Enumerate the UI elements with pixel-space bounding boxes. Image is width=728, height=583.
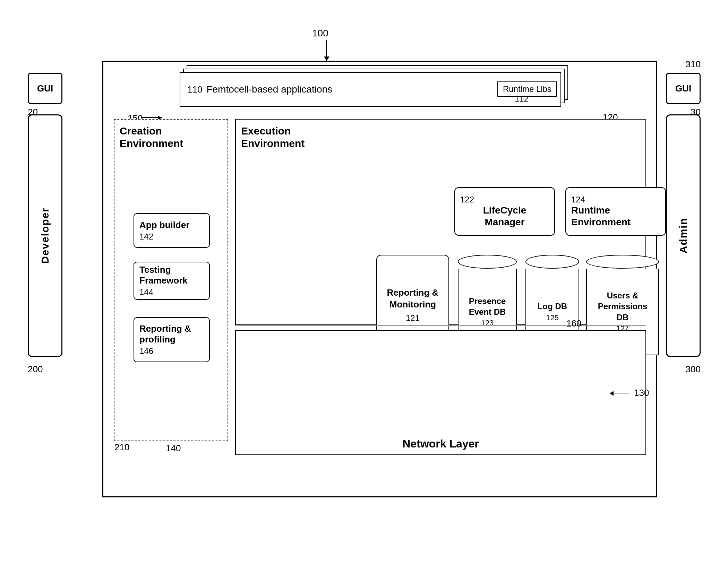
users-perm-db-top: [586, 255, 659, 269]
lifecycle-num: 122: [460, 195, 474, 205]
label-130: 130: [634, 388, 649, 398]
network-layer-title: Network Layer: [236, 437, 645, 450]
label-300: 300: [686, 364, 701, 375]
label-100: 100: [312, 28, 328, 39]
lifecycle-label: LifeCycleManager: [483, 205, 526, 228]
app-builder-label: App builder: [139, 220, 189, 230]
app-builder-box: App builder 142: [134, 213, 210, 248]
reporting-profiling-label: Reporting &profiling: [139, 323, 191, 345]
arrow-100: [326, 40, 327, 61]
developer-label: Developer: [39, 207, 51, 264]
arrow-150-line: [141, 117, 162, 118]
label-160: 160: [566, 318, 581, 329]
label-110: 110: [187, 84, 202, 95]
runtime-libs-box: Runtime Libs 112: [497, 81, 557, 97]
label-140: 140: [166, 443, 181, 454]
testing-framework-num: 144: [139, 287, 153, 297]
label-112: 112: [515, 94, 529, 104]
runtime-libs-label: Runtime Libs: [503, 84, 551, 94]
log-db-top: [525, 255, 579, 269]
log-db-label: Log DB: [535, 301, 570, 312]
presence-db-top: [458, 255, 517, 269]
presence-db-label: PresenceEvent DB: [466, 296, 509, 317]
developer-box: Developer: [28, 114, 62, 357]
gui-right-label: GUI: [675, 83, 691, 94]
users-perm-db-label: Users &PermissionsDB: [595, 290, 650, 323]
presence-db-num: 123: [481, 319, 494, 328]
label-210: 210: [114, 442, 129, 453]
log-db-num: 125: [546, 313, 559, 322]
femtocell-apps-text: Femtocell-based applications: [206, 84, 332, 95]
gui-left-label: GUI: [37, 83, 53, 94]
creation-env-title: CreationEnvironment: [114, 120, 228, 151]
label-310: 310: [686, 59, 701, 70]
gui-right-box: GUI: [666, 73, 701, 104]
testing-framework-box: TestingFramework 144: [134, 262, 210, 300]
execution-env-box: ExecutionEnvironment 122 LifeCycleManage…: [235, 119, 646, 325]
testing-framework-label: TestingFramework: [139, 264, 188, 286]
divider-line: [235, 325, 646, 326]
runtime-env-label: RuntimeEnvironment: [571, 205, 631, 228]
network-layer-box: Network Layer 13 Femtocell 134 PresenceE…: [235, 330, 646, 455]
execution-env-title: ExecutionEnvironment: [236, 120, 645, 151]
label-200: 200: [28, 364, 43, 375]
main-box: 110 Femtocell-based applications Runtime…: [102, 61, 657, 497]
rep-monitor-num: 121: [406, 313, 420, 323]
runtime-env-box: 124 RuntimeEnvironment: [565, 187, 666, 236]
admin-box: Admin: [666, 114, 701, 357]
rep-monitor-label: Reporting &Monitoring: [387, 287, 439, 311]
reporting-profiling-box: Reporting &profiling 146: [134, 317, 210, 362]
gui-left-box: GUI: [28, 73, 62, 104]
lifecycle-manager-box: 122 LifeCycleManager: [454, 187, 555, 236]
admin-label: Admin: [677, 218, 689, 253]
arrow-130-line: [610, 393, 629, 393]
app-builder-num: 142: [139, 232, 153, 242]
femtocell-apps-box: 110 Femtocell-based applications Runtime…: [180, 72, 561, 107]
creation-env-box: CreationEnvironment App builder 142 Test…: [114, 119, 228, 441]
diagram-container: 100 GUI 20 GUI 310 30 Developer 200 Admi…: [28, 28, 701, 548]
runtime-env-num: 124: [571, 195, 585, 205]
reporting-profiling-num: 146: [139, 346, 153, 356]
arrow-130-head: [610, 391, 614, 396]
